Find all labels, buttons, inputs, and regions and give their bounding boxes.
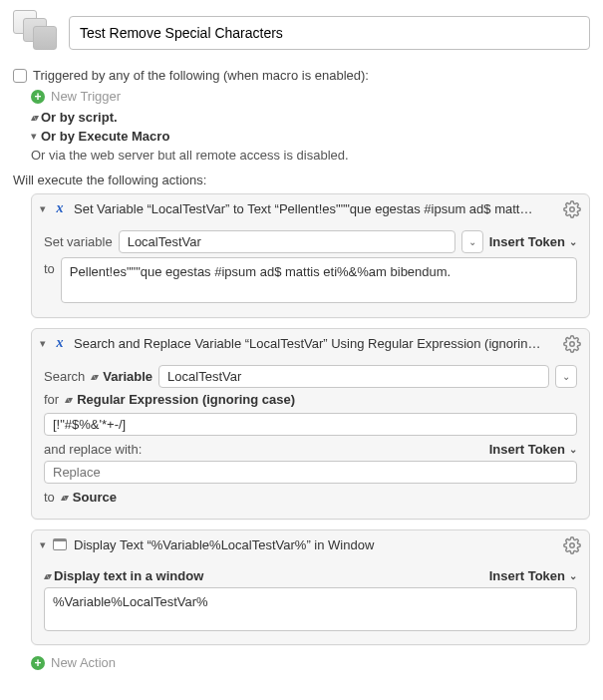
variable-menu[interactable]: Variable — [103, 369, 152, 384]
chevron-down-icon: ⌄ — [569, 236, 577, 247]
chevron-down-icon: ▾ — [40, 202, 46, 215]
insert-token-menu[interactable]: Insert Token ⌄ — [489, 234, 577, 249]
or-by-script-label: Or by script. — [41, 110, 118, 125]
search-label: Search — [44, 369, 85, 384]
text-value-input[interactable] — [61, 257, 577, 303]
trigger-checkbox[interactable] — [13, 69, 27, 83]
gear-icon[interactable] — [563, 536, 581, 554]
plus-icon: + — [31, 656, 45, 670]
to-label: to — [44, 257, 55, 276]
action-search-replace: ▾ x Search and Replace Variable “LocalTe… — [31, 328, 590, 520]
svg-point-2 — [570, 543, 575, 548]
action-title: Search and Replace Variable “LocalTestVa… — [74, 336, 555, 351]
trigger-section-header: Triggered by any of the following (when … — [13, 68, 590, 83]
trigger-label: Triggered by any of the following (when … — [33, 68, 369, 83]
variable-icon: x — [52, 335, 68, 351]
variable-dropdown[interactable]: ⌄ — [461, 230, 483, 253]
and-replace-label: and replace with: — [44, 442, 142, 457]
regex-pattern-input[interactable] — [44, 413, 577, 436]
action-header[interactable]: ▾ x Set Variable “LocalTestVar” to Text … — [32, 194, 589, 222]
updown-icon: ▴▾ — [31, 112, 37, 123]
header — [13, 10, 590, 58]
insert-token-menu[interactable]: Insert Token ⌄ — [489, 442, 577, 457]
new-trigger-row[interactable]: + New Trigger — [31, 89, 590, 104]
svg-point-1 — [570, 342, 575, 347]
replace-input[interactable] — [44, 461, 577, 484]
set-variable-label: Set variable — [44, 234, 113, 249]
execute-label: Will execute the following actions: — [13, 173, 590, 187]
svg-point-0 — [570, 207, 575, 212]
insert-token-menu[interactable]: Insert Token ⌄ — [489, 568, 577, 583]
action-header[interactable]: ▾ x Search and Replace Variable “LocalTe… — [32, 329, 589, 357]
variable-name-input[interactable] — [158, 365, 549, 388]
chevron-down-icon: ▾ — [31, 130, 37, 143]
gear-icon[interactable] — [563, 335, 581, 353]
variable-icon: x — [52, 200, 68, 216]
chevron-down-icon: ▾ — [40, 337, 46, 350]
or-by-script-row[interactable]: ▴▾ Or by script. — [31, 110, 590, 125]
action-title: Set Variable “LocalTestVar” to Text “Pel… — [74, 201, 555, 216]
chevron-down-icon: ⌄ — [569, 444, 577, 455]
plus-icon: + — [31, 90, 45, 104]
chevron-down-icon: ▾ — [40, 538, 46, 551]
new-trigger-label: New Trigger — [51, 89, 121, 104]
action-set-variable: ▾ x Set Variable “LocalTestVar” to Text … — [31, 193, 590, 318]
to-label: to — [44, 490, 55, 505]
to-mode-menu[interactable]: Source — [73, 490, 117, 505]
variable-dropdown[interactable]: ⌄ — [555, 365, 577, 388]
action-title: Display Text “%Variable%LocalTestVar%” i… — [74, 537, 555, 552]
updown-icon[interactable]: ▴▾ — [44, 570, 50, 581]
variable-name-input[interactable] — [119, 230, 455, 253]
for-mode-menu[interactable]: Regular Expression (ignoring case) — [77, 392, 295, 407]
new-action-row[interactable]: + New Action — [31, 655, 590, 670]
updown-icon[interactable]: ▴▾ — [91, 371, 97, 382]
chevron-down-icon: ⌄ — [569, 570, 577, 581]
or-by-execute-label: Or by Execute Macro — [41, 129, 169, 144]
display-mode-menu[interactable]: Display text in a window — [54, 568, 203, 583]
action-display-text: ▾ Display Text “%Variable%LocalTestVar%”… — [31, 529, 590, 645]
macro-title-input[interactable] — [69, 16, 590, 50]
web-server-note: Or via the web server but all remote acc… — [31, 148, 590, 163]
action-header[interactable]: ▾ Display Text “%Variable%LocalTestVar%”… — [32, 530, 589, 558]
macro-icon — [13, 10, 61, 58]
display-text-input[interactable] — [44, 587, 577, 631]
window-icon — [52, 536, 68, 552]
new-action-label: New Action — [51, 655, 116, 670]
for-label: for — [44, 392, 59, 407]
updown-icon[interactable]: ▴▾ — [61, 492, 67, 503]
updown-icon[interactable]: ▴▾ — [65, 394, 71, 405]
or-by-execute-macro-row[interactable]: ▾ Or by Execute Macro — [31, 129, 590, 144]
gear-icon[interactable] — [563, 200, 581, 218]
